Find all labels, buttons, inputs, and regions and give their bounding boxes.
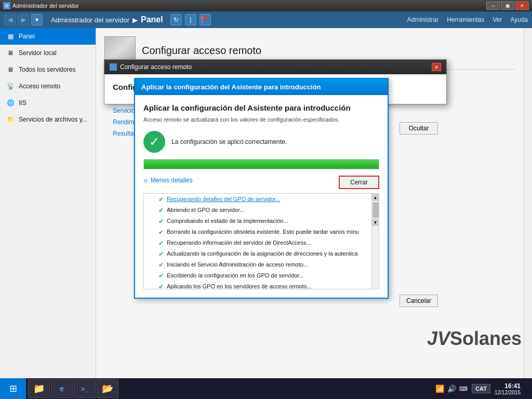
log-item: ✔Borrando la configuración obsoleta exis…	[144, 227, 371, 237]
sidebar-item-servidor-local[interactable]: 🖥 Servidor local	[0, 45, 96, 61]
scroll-down-button[interactable]: ▼	[372, 219, 379, 226]
log-scrollbar[interactable]: ▲ ▼	[371, 194, 379, 289]
system-clock: 16:41 12/12/2015	[495, 382, 521, 395]
log-item: ✔Iniciando el Servicio Administración de…	[144, 259, 371, 270]
log-text: Actualizando la configuración de la asig…	[167, 249, 358, 258]
outer-dialog-close-button[interactable]: ✕	[432, 63, 441, 71]
log-list: ✔Recuperando detalles del GPO de servido…	[144, 194, 371, 289]
todos-servidores-icon: 🖥	[6, 65, 15, 74]
check-icon: ✔	[158, 228, 164, 236]
page-title: Configurar acceso remoto	[142, 45, 261, 57]
menu-right: Administrar Herramientas Ver Ayuda	[407, 16, 528, 23]
acceso-remoto-icon: 📡	[6, 82, 15, 90]
language-indicator[interactable]: CAT	[472, 384, 490, 393]
sidebar-item-acceso-remoto[interactable]: 📡 Acceso remoto	[0, 78, 96, 95]
success-icon: ✓	[143, 131, 165, 153]
log-item: ✔Comprobando el estado de la implementac…	[144, 216, 371, 227]
taskbar-item-powershell[interactable]: >_	[74, 379, 96, 398]
forward-button[interactable]: ▶	[18, 14, 29, 25]
tray-speaker-icon: 🔊	[447, 384, 456, 393]
log-item: ✔Aplicando los GPO en los servidores de …	[144, 281, 371, 289]
menu-administrar[interactable]: Administrar	[407, 16, 438, 23]
sidebar-item-todos-servidores[interactable]: 🖥 Todos los servidores	[0, 61, 96, 78]
minimize-button[interactable]: ─	[486, 2, 500, 10]
sidebar-label-panel: Panel	[19, 33, 35, 40]
taskbar-items: 📁 e >_ 📂	[26, 379, 431, 398]
taskbar: ⊞ 📁 e >_ 📂 📶 🔊 ⌨ CAT 16:41 12/12/2015	[0, 378, 532, 399]
nav-extra-button[interactable]: |	[185, 14, 196, 25]
taskbar-right: 📶 🔊 ⌨ CAT 16:41 12/12/2015	[431, 382, 532, 395]
taskbar-item-ie[interactable]: e	[51, 379, 73, 398]
outer-dialog-title-text: Configurar acceso remoto	[120, 63, 192, 71]
sidebar-item-panel[interactable]: ▦ Panel	[0, 28, 96, 45]
back-button[interactable]: ◀	[4, 14, 16, 25]
titlebar-left: ⊞ Administrador del servidor	[3, 2, 79, 9]
check-icon: ✔	[158, 261, 164, 269]
sidebar-label-servidor-local: Servidor local	[19, 49, 57, 57]
sidebar-item-servicios-archivos[interactable]: 📁 Servicios de archivos y...	[0, 111, 96, 128]
dropdown-button[interactable]: ▾	[31, 14, 43, 25]
inner-dialog-desc: Acceso remoto se actualizará con los val…	[143, 116, 379, 123]
log-text: Recuperando información del servidor de …	[167, 238, 311, 247]
sidebar-item-iis[interactable]: 🌐 IIS	[0, 95, 96, 111]
log-item: ✔Escribiendo la configuración en los GPO…	[144, 270, 371, 281]
scroll-up-button[interactable]: ▲	[372, 194, 379, 201]
inner-dialog-body: Aplicar la configuración del Asistente p…	[135, 95, 388, 298]
log-container: ✔Recuperando detalles del GPO de servido…	[143, 193, 379, 289]
progress-bar-container	[143, 159, 379, 169]
breadcrumb-separator: ▶	[132, 16, 138, 24]
log-text: Abriendo el GPO de servidor...	[167, 206, 244, 214]
sidebar-label-iis: IIS	[19, 99, 26, 107]
taskbar-item-folder[interactable]: 📁	[28, 379, 50, 398]
close-button[interactable]: ✕	[515, 2, 529, 10]
menu-ver[interactable]: Ver	[493, 16, 502, 23]
close-dialog-button[interactable]: Cerrar	[339, 176, 379, 189]
sidebar: ▦ Panel 🖥 Servidor local 🖥 Todos los ser…	[0, 28, 96, 378]
maximize-button[interactable]: ▣	[501, 2, 514, 10]
system-tray: 📶 🔊 ⌨	[435, 384, 468, 393]
inner-dialog-header: Aplicar la configuración del Asistente p…	[135, 79, 388, 95]
log-text: Comprobando el estado de la implementaci…	[167, 217, 288, 225]
details-toggle-label: Menos detalles	[151, 177, 193, 184]
success-text: La configuración se aplicó correctamente…	[171, 138, 287, 145]
breadcrumb-item-2[interactable]: Panel	[141, 15, 163, 24]
panel-icon: ▦	[6, 32, 15, 41]
check-icon: ✔	[158, 217, 164, 225]
nav-buttons: ◀ ▶ ▾	[4, 14, 43, 25]
sidebar-label-servicios-archivos: Servicios de archivos y...	[19, 116, 87, 123]
check-icon: ✔	[158, 283, 164, 289]
breadcrumb-item-1[interactable]: Administrador del servidor	[51, 16, 129, 24]
nav-flag-button[interactable]: 🚩	[200, 14, 211, 25]
progress-bar-fill	[144, 159, 379, 169]
log-item: ✔Abriendo el GPO de servidor...	[144, 205, 371, 216]
app-icon: ⊞	[3, 2, 10, 9]
log-text-link[interactable]: Recuperando detalles del GPO de servidor…	[167, 195, 280, 203]
check-icon: ✔	[158, 239, 164, 247]
servidor-local-icon: 🖥	[6, 49, 15, 57]
log-item: ✔Actualizando la configuración de la asi…	[144, 248, 371, 259]
clock-date: 12/12/2015	[495, 390, 521, 395]
servicios-archivos-icon: 📁	[6, 115, 15, 124]
details-toggle[interactable]: ⊙ Menos detalles	[143, 177, 193, 184]
titlebar-title: Administrador del servidor	[12, 3, 79, 9]
log-text: Iniciando el Servicio Administración de …	[167, 260, 308, 269]
ocultar-button[interactable]: Ocultar	[400, 122, 438, 135]
menu-herramientas[interactable]: Herramientas	[447, 16, 484, 23]
scroll-thumb[interactable]	[373, 202, 379, 218]
log-item: ✔Recuperando información del servidor de…	[144, 237, 371, 248]
iis-icon: 🌐	[6, 99, 15, 107]
start-button[interactable]: ⊞	[0, 378, 26, 399]
menubar: ◀ ▶ ▾ Administrador del servidor ▶ Panel…	[0, 11, 532, 28]
main-layout: ▦ Panel 🖥 Servidor local 🖥 Todos los ser…	[0, 28, 532, 378]
cancelar-button[interactable]: Cancelar	[400, 295, 438, 307]
outer-dialog-icon	[110, 63, 117, 71]
main-scrollbar[interactable]	[524, 28, 532, 378]
menu-ayuda[interactable]: Ayuda	[510, 16, 528, 23]
titlebar: ⊞ Administrador del servidor ─ ▣ ✕	[0, 0, 532, 11]
log-text: Escribiendo la configuración en los GPO …	[167, 271, 304, 280]
breadcrumb: Administrador del servidor ▶ Panel ↻ | 🚩	[51, 14, 398, 25]
taskbar-item-explorer[interactable]: 📂	[97, 379, 118, 398]
toggle-icon: ⊙	[143, 178, 148, 183]
refresh-button[interactable]: ↻	[170, 14, 182, 25]
outer-side-buttons: Ocultar Cancelar	[400, 122, 438, 307]
